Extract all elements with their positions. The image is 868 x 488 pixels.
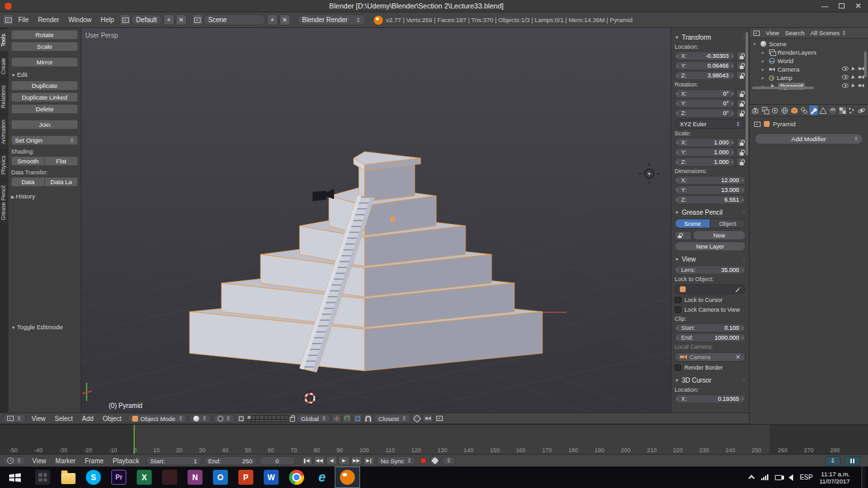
set-origin-dropdown[interactable]: Set Origin ⇕ (11, 135, 78, 145)
lock-icon-button[interactable] (736, 71, 746, 80)
viewport-shading-dropdown[interactable]: ⇕ (189, 414, 212, 423)
view-panel-header[interactable]: View≡ (675, 254, 746, 264)
tab-object-icon[interactable] (790, 105, 799, 115)
outliner-display-dropdown[interactable]: All Scenes ⇕ (811, 29, 847, 36)
toolshelf-tab-create[interactable]: Create (0, 53, 8, 79)
pivot-align-toggle[interactable] (236, 414, 245, 423)
menubar-item[interactable]: File (14, 16, 33, 23)
manipulator-scale-button[interactable] (353, 414, 362, 423)
location-z-field[interactable]: Z:3.98043 (675, 71, 735, 80)
visibility-eye-icon[interactable] (842, 66, 848, 71)
prev-keyframe-button[interactable]: ◀◀ (314, 456, 325, 465)
hidden-icons-chevron[interactable] (748, 475, 755, 481)
manipulator-rotate-button[interactable] (343, 414, 352, 423)
sync-dropdown[interactable]: No Sync⇕ (376, 456, 416, 465)
lock-to-cursor-checkbox[interactable] (675, 297, 681, 303)
scene-delete-button[interactable]: ✕ (279, 14, 290, 25)
outliner-row-camera[interactable]: ▸ Camera (753, 65, 865, 74)
grease-scene-button[interactable]: Scene (675, 219, 710, 228)
editor-type-timeline-dropdown[interactable]: ⇕ (3, 456, 26, 465)
render-border-row[interactable]: Render Border (675, 363, 746, 372)
outliner-search-menu[interactable]: Search (785, 29, 804, 36)
toolshelf-tab-grease-pencil[interactable]: Grease Pencil (0, 181, 8, 224)
render-border-checkbox[interactable] (675, 364, 681, 371)
clip-end-field[interactable]: End:1000.000 (675, 333, 746, 342)
scene-add-button[interactable]: + (267, 14, 278, 25)
jump-to-end-button[interactable]: ▶ (363, 456, 374, 465)
play-reverse-button[interactable]: ◀ (326, 456, 337, 465)
selectability-cursor-icon[interactable] (851, 75, 856, 79)
lock-icon-button[interactable] (736, 61, 746, 70)
opengl-render-anim-button[interactable] (434, 414, 445, 423)
outliner-hscrollbar[interactable] (752, 87, 814, 89)
editor-type-info-icon[interactable] (3, 14, 14, 25)
cursor3d-panel-header[interactable]: 3D Cursor≡ (675, 375, 746, 385)
rotation-mode-dropdown[interactable]: XYZ Euler⇕ (675, 119, 746, 129)
scene-browse-button[interactable] (192, 14, 203, 25)
taskbar-app-word[interactable]: W (259, 467, 284, 488)
history-panel-header[interactable]: History (11, 193, 78, 200)
tray-download-icon-button[interactable]: ⇩ (825, 456, 841, 466)
add-modifier-dropdown[interactable]: Add Modifier (755, 133, 863, 144)
local-camera-field[interactable]: Camera✕ (675, 352, 746, 362)
layout-browse-button[interactable] (120, 14, 131, 25)
disclosure-icon[interactable]: ▸ (762, 59, 766, 64)
timeline-editor[interactable]: -50-40-30-20-100102030405060708090100110… (0, 424, 868, 454)
selectability-cursor-icon[interactable] (851, 83, 856, 88)
tab-modifiers-icon[interactable] (809, 105, 819, 115)
next-keyframe-button[interactable]: ▶▶ (351, 456, 362, 465)
eyedropper-icon[interactable] (735, 287, 740, 292)
tab-render-layers-icon[interactable] (761, 105, 770, 115)
edit-button[interactable]: Delete (11, 104, 78, 114)
disclosure-icon[interactable]: ▾ (753, 42, 758, 47)
disclosure-icon[interactable]: ▸ (762, 50, 766, 55)
timeline-menu-item[interactable]: View (28, 457, 51, 465)
taskbar-app-excel[interactable]: X (132, 467, 157, 488)
keying-set-button[interactable] (430, 456, 440, 465)
tab-scene-icon[interactable] (771, 105, 780, 115)
grease-draw-mode-button[interactable] (675, 231, 692, 240)
grease-new-button[interactable]: New (693, 230, 746, 240)
rotation-z-field[interactable]: Z:0° (675, 109, 735, 118)
menubar-item[interactable]: Help (96, 16, 119, 23)
tab-data-icon[interactable] (819, 105, 828, 115)
taskbar-app-skype[interactable]: S (81, 467, 106, 488)
renderability-camera-icon[interactable] (858, 67, 864, 71)
disclosure-icon[interactable]: ▸ (762, 67, 766, 72)
rotation-y-field[interactable]: Y:0° (675, 99, 735, 108)
toolshelf-tab-relations[interactable]: Relations (0, 81, 8, 113)
lock-icon-button[interactable] (736, 89, 746, 98)
tab-constraints-icon[interactable] (800, 105, 809, 115)
opengl-render-image-button[interactable] (423, 414, 433, 423)
scene-selector[interactable]: Scene (203, 14, 266, 25)
rotation-x-field[interactable]: X:0° (675, 89, 735, 98)
scene-lock-icon[interactable] (290, 417, 295, 422)
transform-panel-header[interactable]: Transform≡ (675, 33, 746, 42)
outliner-view-menu[interactable]: View (766, 29, 779, 36)
keying-set-dropdown[interactable]: ⇕ (441, 456, 456, 465)
snap-element-dropdown[interactable]: Closest⇕ (374, 414, 411, 423)
editor-type-outliner-icon[interactable] (753, 31, 760, 36)
mirror-button[interactable]: Mirror (11, 57, 78, 67)
tab-physics-icon[interactable] (857, 105, 866, 115)
toggle-editmode-panel-header[interactable]: Toggle Editmode (11, 323, 79, 331)
dimensions-z-field[interactable]: Z:6.551 (675, 195, 746, 204)
volume-icon[interactable] (789, 474, 793, 481)
join-button[interactable]: Join (11, 120, 78, 129)
network-signal-icon[interactable] (761, 474, 768, 480)
play-button[interactable]: ▶ (339, 456, 350, 465)
pivot-center-dropdown[interactable]: ⇕ (213, 414, 236, 423)
taskbar-app-outlook[interactable]: O (208, 467, 233, 488)
location-y-field[interactable]: Y:0.06466 (675, 61, 735, 70)
outliner-row-scene[interactable]: ▾ Scene (753, 40, 865, 48)
selectability-cursor-icon[interactable] (851, 66, 856, 71)
timeline-menu-item[interactable]: Marker (51, 457, 80, 465)
lock-camera-row[interactable]: Lock Camera to View (675, 305, 746, 314)
snap-target-button[interactable] (412, 414, 421, 423)
menubar-item[interactable]: Render (33, 16, 64, 23)
lock-object-selector[interactable] (675, 284, 746, 294)
data-transfer-data-button[interactable]: Data (11, 177, 45, 187)
toolshelf-tab-tools[interactable]: Tools (0, 29, 8, 51)
close-button[interactable]: ✕ (855, 1, 861, 10)
language-indicator[interactable]: ESP (800, 474, 813, 481)
